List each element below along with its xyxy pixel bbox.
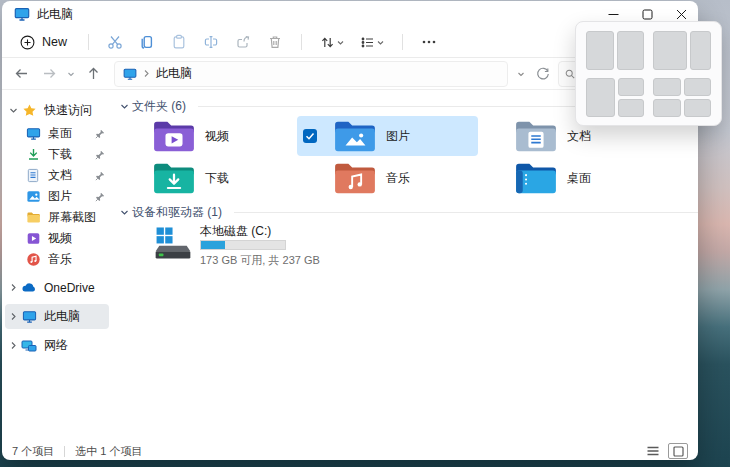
sidebar-item-onedrive[interactable]: OneDrive	[5, 275, 109, 300]
folder-tile-music[interactable]: 音乐	[297, 158, 478, 198]
divider	[402, 34, 403, 50]
divider	[64, 446, 65, 457]
this-pc-icon	[14, 6, 30, 22]
sidebar-item-screenshots[interactable]: 屏幕截图	[5, 207, 109, 228]
chevron-right-icon[interactable]	[5, 341, 21, 350]
recent-locations-chevron-icon[interactable]	[64, 62, 78, 86]
refresh-icon[interactable]	[530, 62, 556, 86]
snap-zone[interactable]	[653, 99, 681, 117]
sidebar-item-desktop[interactable]: 桌面	[5, 123, 109, 144]
sidebar-item-label: 视频	[48, 230, 72, 247]
pictures-folder-icon	[333, 118, 377, 154]
back-icon[interactable]	[8, 62, 34, 86]
snap-option-split-two-equal[interactable]	[586, 31, 644, 70]
selected-count: 选中 1 个项目	[75, 444, 142, 459]
sidebar-item-quick-access[interactable]: 快速访问	[5, 98, 109, 123]
more-options-icon[interactable]	[414, 30, 444, 54]
chevron-right-icon[interactable]	[5, 283, 21, 292]
snap-zone[interactable]	[617, 31, 645, 70]
share-icon[interactable]	[228, 30, 258, 54]
drive-tile-local-disk-c[interactable]: 本地磁盘 (C:) 173 GB 可用, 共 237 GB	[152, 224, 698, 268]
sidebar-item-label: 屏幕截图	[48, 209, 96, 226]
drive-usage-fill	[201, 241, 225, 249]
forward-icon[interactable]	[36, 62, 62, 86]
cut-icon[interactable]	[100, 30, 130, 54]
snap-zone[interactable]	[618, 99, 645, 117]
up-icon[interactable]	[80, 62, 106, 86]
pin-icon	[95, 192, 105, 202]
new-button-label: New	[42, 35, 67, 49]
snap-layouts-flyout	[575, 21, 722, 126]
snap-option-split-two-wide-left[interactable]	[653, 31, 711, 70]
drive-info: 本地磁盘 (C:) 173 GB 可用, 共 237 GB	[200, 224, 320, 268]
snap-zone[interactable]	[653, 78, 681, 96]
chevron-down-icon[interactable]	[116, 102, 132, 111]
snap-zone[interactable]	[586, 78, 615, 117]
selected-checkbox[interactable]	[303, 129, 317, 143]
sidebar-item-network[interactable]: 网络	[5, 333, 109, 358]
video-icon	[25, 231, 41, 247]
pictures-icon	[25, 189, 41, 205]
view-toggles	[644, 443, 688, 459]
group-title: 设备和驱动器 (1)	[132, 204, 222, 221]
folder-tile-downloads[interactable]: 下载	[116, 158, 297, 198]
address-dropdown-chevron-icon[interactable]	[514, 62, 528, 86]
snap-zone[interactable]	[586, 31, 614, 70]
snap-zone[interactable]	[684, 99, 712, 117]
snap-zone[interactable]	[618, 78, 645, 96]
snap-zone[interactable]	[690, 31, 711, 70]
folder-label: 桌面	[567, 170, 591, 187]
sidebar-item-label: 此电脑	[44, 308, 80, 325]
view-icon[interactable]	[353, 30, 391, 54]
drive-usage-bar	[200, 240, 286, 250]
copy-icon[interactable]	[132, 30, 162, 54]
snap-option-quad-grid[interactable]	[653, 78, 711, 117]
sidebar-item-downloads[interactable]: 下载	[5, 144, 109, 165]
group-rule	[234, 212, 698, 213]
sidebar-item-label: 下载	[48, 146, 72, 163]
videos-folder-icon	[152, 118, 196, 154]
details-view-icon[interactable]	[644, 444, 662, 458]
drive-name: 本地磁盘 (C:)	[200, 224, 320, 238]
window-title: 此电脑	[37, 6, 73, 23]
sidebar-item-label: OneDrive	[44, 281, 95, 295]
folder-label: 图片	[386, 128, 410, 145]
sidebar-item-this-pc[interactable]: 此电脑	[5, 304, 109, 329]
snap-zone[interactable]	[684, 78, 712, 96]
snap-option-left-plus-two-stacked[interactable]	[586, 78, 644, 117]
rename-icon[interactable]	[196, 30, 226, 54]
navigation-pane: 快速访问 桌面 下载 文档 图片	[2, 90, 112, 442]
desktop-folder-icon	[514, 160, 558, 196]
hard-drive-icon	[152, 224, 194, 262]
downloads-folder-icon	[152, 160, 196, 196]
chevron-down-icon[interactable]	[116, 208, 132, 217]
sidebar-item-videos[interactable]: 视频	[5, 228, 109, 249]
chevron-down-icon[interactable]	[5, 106, 21, 115]
chevron-right-icon[interactable]	[5, 312, 21, 321]
thumbnails-view-icon[interactable]	[668, 443, 688, 459]
sidebar-item-label: 快速访问	[44, 102, 92, 119]
sidebar-item-label: 图片	[48, 188, 72, 205]
folder-tile-desktop[interactable]: 桌面	[478, 158, 659, 198]
sidebar-item-label: 音乐	[48, 251, 72, 268]
delete-icon[interactable]	[260, 30, 290, 54]
address-bar[interactable]: 此电脑	[114, 61, 508, 87]
sidebar-item-label: 文档	[48, 167, 72, 184]
sidebar-item-pictures[interactable]: 图片	[5, 186, 109, 207]
group-header-devices[interactable]: 设备和驱动器 (1)	[116, 204, 698, 220]
paste-icon[interactable]	[164, 30, 194, 54]
folder-tile-pictures[interactable]: 图片	[297, 116, 478, 156]
breadcrumb-chevron-icon	[143, 69, 150, 78]
documents-folder-icon	[514, 118, 558, 154]
desktop-icon	[25, 126, 41, 142]
items-count: 7 个项目	[12, 444, 54, 459]
folder-tile-videos[interactable]: 视频	[116, 116, 297, 156]
sidebar-item-documents[interactable]: 文档	[5, 165, 109, 186]
sort-icon[interactable]	[313, 30, 351, 54]
breadcrumb-item[interactable]: 此电脑	[156, 65, 192, 82]
group-title: 文件夹 (6)	[132, 98, 186, 115]
sidebar-item-music[interactable]: 音乐	[5, 249, 109, 270]
document-icon	[25, 168, 41, 184]
new-button[interactable]: New	[12, 32, 77, 53]
snap-zone[interactable]	[653, 31, 687, 70]
